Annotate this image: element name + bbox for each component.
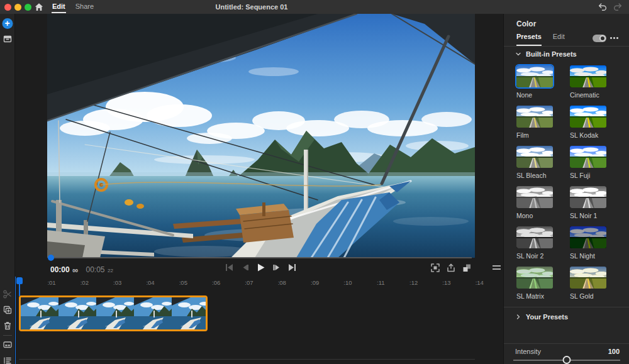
preset-thumbnail <box>570 267 606 289</box>
close-window-button[interactable] <box>4 4 11 11</box>
preset-thumbnail <box>570 226 606 248</box>
home-button[interactable] <box>34 2 44 12</box>
intensity-label: Intensity <box>515 348 541 355</box>
preset-thumbnail <box>516 106 553 128</box>
preset-sl-fuji[interactable]: SL Fuji <box>570 146 606 186</box>
preset-thumbnail <box>570 106 606 128</box>
float-window-icon <box>446 263 456 273</box>
panel-divider <box>504 343 629 344</box>
duplicate-clip-button[interactable] <box>3 305 13 315</box>
preview-scrub-bar[interactable] <box>49 254 473 262</box>
track-controls-button[interactable] <box>3 355 13 364</box>
preset-sl-bleach[interactable]: SL Bleach <box>516 146 553 186</box>
scrub-track[interactable] <box>50 257 472 258</box>
timecode-display: 00:00 00 00:05 22 <box>50 263 113 273</box>
go-to-start-button[interactable] <box>224 262 235 273</box>
preset-label: SL Gold <box>570 292 606 300</box>
current-frames: 00 <box>72 268 78 273</box>
preview-tools <box>430 263 472 273</box>
ruler-tick: :01 <box>47 279 55 286</box>
split-clip-button[interactable] <box>3 289 13 299</box>
go-to-end-icon <box>287 262 298 273</box>
scrub-playhead-knob[interactable] <box>48 255 54 261</box>
redo-button[interactable] <box>613 2 623 12</box>
ruler-tick: :02 <box>81 279 89 286</box>
preset-thumbnail <box>516 65 553 87</box>
sidebar-divider <box>3 335 12 336</box>
add-media-button[interactable]: + <box>2 18 13 29</box>
intensity-slider[interactable] <box>513 356 620 364</box>
fullscreen-button[interactable] <box>430 263 440 273</box>
panel-options-button[interactable] <box>610 37 618 39</box>
preset-label: SL Matrix <box>516 292 553 300</box>
preset-label: Film <box>516 131 553 139</box>
clip-frame-thumbnail <box>21 297 58 329</box>
clip-frame-thumbnail <box>134 297 172 329</box>
float-window-button[interactable] <box>446 263 456 273</box>
trash-icon <box>3 321 13 331</box>
clip-frame-thumbnail <box>96 297 134 329</box>
go-to-end-button[interactable] <box>287 262 298 273</box>
preset-cinematic[interactable]: Cinematic <box>570 65 606 106</box>
step-back-button[interactable] <box>240 262 250 273</box>
panel-title: Color <box>516 19 536 28</box>
undo-button[interactable] <box>598 2 608 12</box>
playhead-handle[interactable] <box>16 277 23 284</box>
preset-label: SL Bleach <box>516 172 553 179</box>
preset-sl-matrix[interactable]: SL Matrix <box>516 267 553 307</box>
preset-sl-gold[interactable]: SL Gold <box>570 267 606 307</box>
duplicate-icon <box>3 305 13 315</box>
preset-sl-noir-2[interactable]: SL Noir 2 <box>516 226 553 267</box>
timeline-clip[interactable] <box>19 295 208 331</box>
effect-enable-toggle[interactable] <box>593 35 606 42</box>
zoom-window-button[interactable] <box>25 4 31 11</box>
ruler-tick: :05 <box>179 279 187 286</box>
toggle-knob <box>599 35 606 41</box>
intensity-value: 100 <box>608 348 620 355</box>
color-panel-tabs: PresetsEdit <box>516 33 565 44</box>
timeline-ruler[interactable]: :01:02:03:04:05:06:07:08:09:10:11:12:13:… <box>15 277 503 289</box>
monitor-menu-button[interactable] <box>493 265 501 270</box>
tab-share[interactable]: Share <box>75 0 94 14</box>
intensity-slider-knob[interactable] <box>563 356 571 364</box>
preset-none[interactable]: None <box>516 65 553 106</box>
panel-divider <box>504 307 629 307</box>
chevron-right-icon <box>515 314 521 320</box>
preset-thumbnail <box>516 146 553 168</box>
preset-label: SL Noir 2 <box>516 252 553 260</box>
minimize-window-button[interactable] <box>14 4 21 11</box>
color-tab-presets[interactable]: Presets <box>516 33 542 44</box>
fullscreen-icon <box>430 263 440 273</box>
media-browser-button[interactable] <box>3 34 13 44</box>
tab-edit[interactable]: Edit <box>52 0 66 14</box>
preset-sl-noir-1[interactable]: SL Noir 1 <box>570 186 606 226</box>
built-in-presets-header[interactable]: Built-in Presets <box>515 50 577 58</box>
captions-button[interactable] <box>3 339 13 350</box>
menu-lines-icon <box>493 265 501 267</box>
preset-grid: NoneCinematicFilmSL KodakSL BleachSL Fuj… <box>516 65 606 307</box>
delete-clip-button[interactable] <box>3 321 13 331</box>
step-forward-button[interactable] <box>271 262 282 273</box>
ruler-tick: :03 <box>113 279 121 286</box>
ruler-tick: :10 <box>343 279 352 286</box>
preset-mono[interactable]: Mono <box>516 186 553 226</box>
ruler-tick: :13 <box>442 279 450 286</box>
preset-thumbnail <box>570 146 606 168</box>
ellipsis-icon <box>616 37 618 39</box>
ellipsis-icon <box>613 37 615 39</box>
menu-lines-icon <box>493 268 501 270</box>
color-tab-edit[interactable]: Edit <box>553 33 565 44</box>
ruler-tick: :12 <box>409 279 418 286</box>
preset-label: SL Noir 1 <box>570 212 606 219</box>
preset-sl-kodak[interactable]: SL Kodak <box>570 106 606 146</box>
your-presets-header[interactable]: Your Presets <box>515 313 568 321</box>
ruler-tick: :09 <box>311 279 319 286</box>
preset-sl-night[interactable]: SL Night <box>570 226 606 267</box>
current-time: 00:00 <box>50 265 70 274</box>
playback-quality-button[interactable] <box>462 263 472 273</box>
playback-quality-icon <box>462 263 472 273</box>
play-button[interactable] <box>255 262 266 273</box>
preset-thumbnail <box>516 267 553 289</box>
preset-film[interactable]: Film <box>516 106 553 146</box>
go-to-start-icon <box>224 262 235 273</box>
